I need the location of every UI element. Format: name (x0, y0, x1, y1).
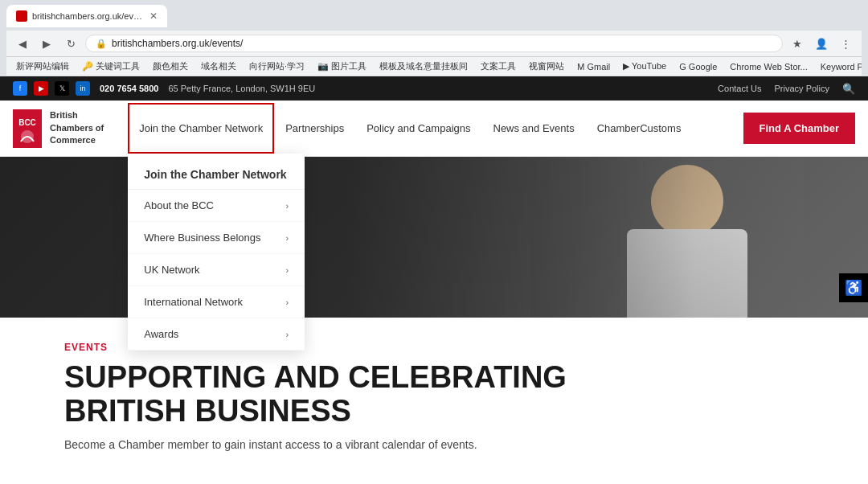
bookmark-google[interactable]: G Google (676, 61, 720, 72)
logo-area[interactable]: BCC British Chambers of Commerce (13, 109, 104, 148)
main-nav: Join the Chamber Network Join the Chambe… (128, 103, 743, 154)
contact-us-link[interactable]: Contact Us (718, 84, 761, 93)
menu-button[interactable]: ⋮ (836, 34, 855, 53)
accessibility-icon: ♿ (845, 279, 862, 297)
chevron-right-icon: › (286, 297, 289, 307)
events-title-line1: SUPPORTING AND CELEBRATING (64, 361, 804, 395)
site-header: BCC British Chambers of Commerce Join th… (0, 100, 868, 157)
logo-line1: British (50, 109, 104, 121)
address-bar[interactable]: 🔒 britishchambers.org.uk/events/ (85, 35, 783, 52)
website: f ▶ 𝕏 in 020 7654 5800 65 Petty France, … (0, 76, 868, 475)
social-icons: f ▶ 𝕏 in (13, 81, 90, 96)
events-title: SUPPORTING AND CELEBRATING BRITISH BUSIN… (64, 361, 804, 429)
bookmark-item[interactable]: 向行网站·学习 (246, 59, 308, 73)
join-network-nav-wrapper: Join the Chamber Network Join the Chambe… (128, 103, 274, 154)
lock-icon: 🔒 (96, 39, 107, 49)
phone-number: 020 7654 5800 (100, 84, 158, 93)
search-icon[interactable]: 🔍 (842, 83, 855, 95)
top-bar-right: Contact Us Privacy Policy 🔍 (718, 83, 855, 95)
dropdown-item-intl-network[interactable]: International Network › (128, 286, 305, 318)
profile-button[interactable]: 👤 (812, 34, 831, 53)
top-bar: f ▶ 𝕏 in 020 7654 5800 65 Petty France, … (0, 76, 868, 100)
chevron-right-icon: › (286, 330, 289, 339)
browser-chrome: britishchambers.org.uk/events/ ✕ ◀ ▶ ↻ 🔒… (0, 0, 868, 76)
tab-close-btn[interactable]: ✕ (149, 10, 158, 22)
dropdown-item-about[interactable]: About the BCC › (128, 190, 305, 222)
dropdown-item-where[interactable]: Where Business Belongs › (128, 222, 305, 254)
bookmark-item[interactable]: 📷 图片工具 (314, 59, 370, 73)
find-chamber-button[interactable]: Find A Chamber (743, 113, 855, 144)
svg-text:BCC: BCC (18, 118, 36, 127)
forward-button[interactable]: ▶ (37, 34, 56, 53)
address: 65 Petty France, London, SW1H 9EU (168, 84, 315, 93)
tab-favicon (16, 10, 27, 22)
dropdown-item-awards[interactable]: Awards › (128, 318, 305, 351)
bookmark-item[interactable]: 视窗网站 (526, 59, 567, 73)
nav-item-join[interactable]: Join the Chamber Network (128, 103, 274, 154)
privacy-policy-link[interactable]: Privacy Policy (775, 84, 829, 93)
browser-controls: ◀ ▶ ↻ 🔒 britishchambers.org.uk/events/ ★… (6, 31, 862, 57)
dropdown-header: Join the Chamber Network (128, 154, 305, 190)
top-bar-left: f ▶ 𝕏 in 020 7654 5800 65 Petty France, … (13, 81, 315, 96)
bookmark-item[interactable]: 文案工具 (477, 59, 519, 73)
extensions-button[interactable]: ★ (788, 34, 807, 53)
active-tab[interactable]: britishchambers.org.uk/events/ ✕ (6, 5, 167, 27)
chevron-right-icon: › (286, 201, 289, 211)
dropdown-menu: Join the Chamber Network About the BCC ›… (128, 154, 305, 351)
facebook-icon[interactable]: f (13, 81, 27, 96)
address-text: britishchambers.org.uk/events/ (112, 38, 243, 49)
nav-item-policy[interactable]: Policy and Campaigns (355, 103, 481, 154)
bookmark-item[interactable]: 模板及域名意量挂板间 (376, 59, 471, 73)
bookmark-youtube[interactable]: ▶ YouTube (620, 60, 669, 72)
nav-item-customs[interactable]: ChamberCustoms (586, 103, 693, 154)
bookmark-item[interactable]: 🔑 关键词工具 (79, 59, 143, 73)
bookmark-chrome[interactable]: Chrome Web Stor... (727, 61, 810, 72)
twitter-icon[interactable]: 𝕏 (55, 81, 69, 96)
bookmarks-bar: 新评网站编辑 🔑 关键词工具 颜色相关 域名相关 向行网站·学习 📷 图片工具 … (6, 57, 862, 76)
events-subtitle: Become a Chamber member to gain instant … (64, 438, 804, 451)
back-button[interactable]: ◀ (13, 34, 32, 53)
nav-item-news[interactable]: News and Events (482, 103, 586, 154)
dropdown-item-uk-network[interactable]: UK Network › (128, 254, 305, 286)
linkedin-icon[interactable]: in (76, 81, 90, 96)
chevron-right-icon: › (286, 233, 289, 243)
logo-line2: Chambers of (50, 122, 104, 134)
bcc-logo-svg: BCC (13, 109, 42, 148)
logo-line3: Commerce (50, 134, 104, 146)
logo-text: British Chambers of Commerce (50, 109, 104, 146)
bookmark-item[interactable]: 颜色相关 (149, 59, 191, 73)
browser-tabs: britishchambers.org.uk/events/ ✕ (6, 5, 862, 27)
nav-item-partnerships[interactable]: Partnerships (274, 103, 355, 154)
youtube-icon[interactable]: ▶ (34, 81, 48, 96)
chevron-right-icon: › (286, 265, 289, 275)
tab-title: britishchambers.org.uk/events/ (32, 11, 145, 21)
accessibility-button[interactable]: ♿ (839, 273, 868, 302)
refresh-button[interactable]: ↻ (61, 34, 80, 53)
bookmark-item[interactable]: 域名相关 (198, 59, 240, 73)
bookmark-gmail[interactable]: M Gmail (574, 61, 613, 72)
events-title-line2: BRITISH BUSINESS (64, 395, 804, 429)
bookmark-item[interactable]: 新评网站编辑 (13, 59, 72, 73)
bookmark-keyword[interactable]: Keyword Planner-... (817, 61, 862, 72)
